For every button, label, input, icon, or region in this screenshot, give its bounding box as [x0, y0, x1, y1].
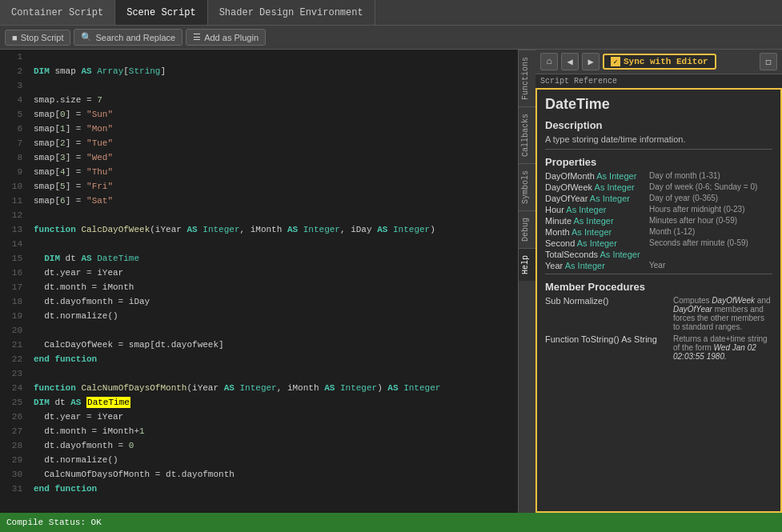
line-code: smap[2] = "Tue"	[29, 136, 518, 150]
line-number: 25	[0, 395, 29, 410]
code-line: 1	[0, 50, 518, 64]
code-line: 7smap[2] = "Tue"	[0, 136, 518, 150]
member-procedures-list: Sub Normalize()Computes DayOfWeek and Da…	[545, 296, 772, 361]
line-number: 20	[0, 323, 29, 338]
code-line: 19 dt.normalize()	[0, 309, 518, 323]
line-code	[29, 366, 518, 381]
code-line: 3	[0, 78, 518, 93]
tab-debug[interactable]: Debug	[519, 210, 535, 248]
tab-help[interactable]: Help	[519, 248, 535, 281]
ref-panel: ⌂ ◀ ▶ ✓ Sync with Editor ◻ Script Refere…	[535, 50, 782, 513]
line-number: 9	[0, 165, 29, 179]
line-code: smap[6] = "Sat"	[29, 194, 518, 208]
tab-callbacks[interactable]: Callbacks	[519, 106, 535, 163]
code-line: 8smap[3] = "Wed"	[0, 150, 518, 165]
line-code: smap[5] = "Fri"	[29, 179, 518, 194]
member-row: Function ToString() As StringReturns a d…	[545, 334, 772, 361]
code-line: 6smap[1] = "Mon"	[0, 122, 518, 136]
line-number: 23	[0, 366, 29, 381]
line-number: 4	[0, 93, 29, 107]
property-row: Hour As IntegerHours after midnight (0-2…	[545, 205, 772, 214]
status-bar: Compile Status: OK	[0, 513, 782, 532]
tab-symbols[interactable]: Symbols	[519, 163, 535, 210]
code-line: 31end function	[0, 482, 518, 496]
line-number: 5	[0, 107, 29, 122]
line-code: dt.dayofmonth = iDay	[29, 294, 518, 309]
code-line: 18 dt.dayofmonth = iDay	[0, 294, 518, 309]
line-number: 2	[0, 64, 29, 78]
code-line: 12	[0, 208, 518, 222]
code-line: 9smap[4] = "Thu"	[0, 165, 518, 179]
plugin-icon: ☰	[193, 32, 201, 42]
tab-shader-design[interactable]: Shader Design Environment	[208, 0, 375, 25]
code-line: 26 dt.year = iYear	[0, 410, 518, 424]
line-number: 27	[0, 424, 29, 438]
code-line: 10smap[5] = "Fri"	[0, 179, 518, 194]
line-code: smap[1] = "Mon"	[29, 122, 518, 136]
compile-status: Compile Status: OK	[6, 518, 102, 527]
line-code: smap.size = 7	[29, 93, 518, 107]
code-line: 11smap[6] = "Sat"	[0, 194, 518, 208]
tab-container-script[interactable]: Container Script	[0, 0, 115, 25]
line-code	[29, 323, 518, 338]
line-number: 14	[0, 237, 29, 251]
add-plugin-button[interactable]: ☰ Add as Plugin	[186, 29, 266, 46]
ref-top-controls: ⌂ ◀ ▶ ✓ Sync with Editor ◻	[535, 50, 782, 74]
line-code: DIM dt AS DateTime	[29, 251, 518, 266]
sync-checkbox: ✓	[611, 57, 620, 66]
code-line: 27 dt.month = iMonth+1	[0, 424, 518, 438]
home-button[interactable]: ⌂	[540, 53, 558, 70]
forward-button[interactable]: ▶	[582, 53, 600, 70]
sync-with-editor-button[interactable]: ✓ Sync with Editor	[603, 54, 716, 70]
property-row: TotalSeconds As Integer	[545, 250, 772, 259]
code-line: 16 dt.year = iYear	[0, 266, 518, 280]
line-number: 17	[0, 280, 29, 294]
search-replace-button[interactable]: 🔍 Search and Replace	[74, 29, 182, 46]
line-number: 6	[0, 122, 29, 136]
member-row: Sub Normalize()Computes DayOfWeek and Da…	[545, 296, 772, 331]
code-editor[interactable]: 12DIM smap AS Array[String]34smap.size =…	[0, 50, 518, 513]
line-code: dt.month = iMonth+1	[29, 424, 518, 438]
property-row: Year As IntegerYear	[545, 261, 772, 270]
line-code	[29, 78, 518, 93]
line-number: 11	[0, 194, 29, 208]
code-line: 25DIM dt AS DateTime	[0, 395, 518, 410]
ref-properties-heading: Properties	[545, 156, 772, 168]
line-number: 7	[0, 136, 29, 150]
code-line: 22end function	[0, 352, 518, 366]
ref-content[interactable]: DateTime Description A type storing date…	[535, 88, 782, 513]
line-code: dt.year = iYear	[29, 266, 518, 280]
back-button[interactable]: ◀	[561, 53, 579, 70]
line-number: 29	[0, 453, 29, 467]
code-line: 17 dt.month = iMonth	[0, 280, 518, 294]
tab-scene-script[interactable]: Scene Script	[115, 0, 207, 25]
code-line: 2DIM smap AS Array[String]	[0, 64, 518, 78]
line-number: 1	[0, 50, 29, 64]
search-icon: 🔍	[81, 32, 92, 42]
ref-title: DateTime	[545, 96, 772, 113]
ref-description-heading: Description	[545, 119, 772, 131]
line-code: function CalcDayOfWeek(iYear AS Integer,…	[29, 222, 518, 237]
code-line: 4smap.size = 7	[0, 93, 518, 107]
line-number: 3	[0, 78, 29, 93]
line-code: dt.month = iMonth	[29, 280, 518, 294]
line-number: 24	[0, 381, 29, 395]
stop-script-button[interactable]: ■ Stop Script	[5, 30, 70, 46]
line-code	[29, 50, 518, 64]
line-code: dt.year = iYear	[29, 410, 518, 424]
tab-functions[interactable]: Functions	[519, 50, 535, 106]
code-line: 20	[0, 323, 518, 338]
code-line: 23	[0, 366, 518, 381]
line-code: function CalcNumOfDaysOfMonth(iYear AS I…	[29, 381, 518, 395]
tab-bar: Container Script Scene Script Shader Des…	[0, 0, 782, 26]
line-code: dt.normalize()	[29, 453, 518, 467]
code-line: 29 dt.normalize()	[0, 453, 518, 467]
expand-button[interactable]: ◻	[760, 53, 777, 70]
line-code: dt.normalize()	[29, 309, 518, 323]
line-number: 18	[0, 294, 29, 309]
line-code: end function	[29, 352, 518, 366]
line-number: 28	[0, 438, 29, 453]
property-row: DayOfMonth As IntegerDay of month (1-31)	[545, 171, 772, 181]
code-line: 24function CalcNumOfDaysOfMonth(iYear AS…	[0, 381, 518, 395]
line-number: 26	[0, 410, 29, 424]
